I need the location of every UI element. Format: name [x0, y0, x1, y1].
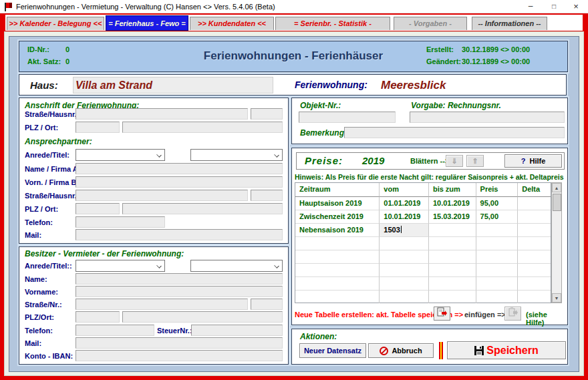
cell-bis[interactable] — [429, 224, 476, 237]
cell-empty[interactable] — [429, 264, 476, 277]
cell-empty[interactable] — [380, 277, 429, 291]
window-title: Ferienwohnungen - Vermietung - Verwaltun… — [16, 3, 275, 11]
scroll-down-icon[interactable]: ▼ — [552, 293, 561, 303]
cell-empty[interactable] — [476, 237, 519, 250]
scrollbar-thumb[interactable] — [553, 194, 561, 211]
cell-empty[interactable] — [295, 277, 380, 291]
save-table-icon[interactable] — [434, 307, 450, 321]
cell-preis[interactable]: 95,00 — [476, 197, 519, 210]
cell-empty[interactable] — [518, 250, 551, 264]
tab-serienbrief-statistik[interactable]: = Serienbr. - Statistik - Druckausg. = — [275, 17, 390, 30]
bes-steuernr-input[interactable] — [191, 325, 283, 336]
cell-empty[interactable] — [518, 264, 551, 277]
cell-vom[interactable]: 01.01.2019 — [380, 197, 429, 210]
minimize-icon[interactable]: – — [520, 0, 541, 13]
cell-empty[interactable] — [518, 237, 551, 250]
ap-telefon-label: Telefon: — [25, 218, 53, 226]
cell-empty[interactable] — [380, 237, 429, 250]
anschrift-ort-input[interactable] — [122, 122, 283, 133]
tab-ferienhaus-fewo[interactable]: = Ferienhaus - Fewo = — [106, 15, 188, 31]
cell-empty[interactable] — [429, 291, 476, 303]
cell-empty[interactable] — [295, 237, 380, 250]
bes-konto-input[interactable] — [76, 350, 283, 361]
tab-vorgaben[interactable]: - Vorgaben - — [394, 17, 467, 30]
bes-titel-select[interactable] — [190, 260, 283, 272]
cell-empty[interactable] — [429, 250, 476, 264]
anschrift-strasse-input[interactable] — [76, 108, 248, 120]
cell-empty[interactable] — [476, 250, 519, 264]
bes-plz-input[interactable] — [76, 311, 120, 323]
cell-empty[interactable] — [380, 250, 429, 264]
cell-preis[interactable] — [476, 224, 519, 237]
cell-empty[interactable] — [429, 277, 476, 291]
chevron-down-icon — [274, 263, 279, 268]
bes-anrede-select[interactable] — [76, 260, 165, 272]
geaendert-label: Geändert: — [426, 57, 461, 65]
cell-preis[interactable]: 75,00 — [476, 210, 519, 224]
ap-name-a-input[interactable] — [76, 163, 283, 174]
table-row: Zwischenzeit 2019 10.01.2019 15.03.2019 … — [295, 210, 551, 224]
cell-vom[interactable]: 10.01.2019 — [380, 210, 429, 224]
cell-bis[interactable]: 15.03.2019 — [429, 210, 476, 224]
maximize-icon[interactable]: □ — [543, 0, 565, 13]
cell-zeitraum[interactable]: Zwischenzeit 2019 — [295, 210, 380, 224]
cell-empty[interactable] — [518, 277, 551, 291]
neuer-datensatz-button[interactable]: Neuer Datensatz — [299, 343, 366, 358]
bes-nr-input[interactable] — [251, 299, 283, 310]
hilfe-button[interactable]: ? Hilfe — [504, 154, 562, 168]
cell-empty[interactable] — [380, 291, 429, 303]
bemerkung-input[interactable] — [344, 127, 565, 138]
speichern-button[interactable]: Speichern — [447, 341, 566, 359]
ap-hausnr-input[interactable] — [251, 190, 283, 201]
ap-plz-input[interactable] — [76, 203, 120, 214]
cell-empty[interactable] — [295, 250, 380, 264]
bes-mail-input[interactable] — [76, 337, 283, 349]
anschrift-hausnr-input[interactable] — [251, 108, 283, 120]
ap-strasse-input[interactable] — [76, 190, 248, 201]
cell-empty[interactable] — [518, 291, 551, 303]
ap-vorn-b-input[interactable] — [76, 176, 283, 188]
ap-telefon-input[interactable] — [76, 216, 165, 228]
bes-name-input[interactable] — [76, 273, 283, 284]
anschrift-plz-input[interactable] — [76, 122, 120, 133]
cell-empty[interactable] — [429, 237, 476, 250]
ferienwohnung-input[interactable] — [378, 76, 560, 94]
bes-ort-input[interactable] — [122, 311, 283, 323]
rechnungsnr-input[interactable] — [410, 112, 565, 123]
cell-vom-editing[interactable]: 1503 — [380, 224, 429, 237]
cell-empty[interactable] — [476, 277, 519, 291]
cell-empty[interactable] — [295, 264, 380, 277]
cell-empty[interactable] — [295, 291, 380, 303]
tab-informationen[interactable]: -- Informationen -- — [472, 17, 547, 30]
cell-delta[interactable] — [518, 210, 551, 224]
ap-mail-input[interactable] — [76, 229, 283, 240]
chevron-down-icon — [156, 152, 162, 158]
paste-table-icon[interactable] — [504, 307, 521, 321]
cell-empty[interactable] — [380, 264, 429, 277]
objekt-nr-input[interactable] — [299, 112, 396, 123]
cell-zeitraum[interactable]: Nebensaison 2019 — [295, 224, 380, 237]
cell-empty[interactable] — [476, 291, 519, 303]
cell-empty[interactable] — [476, 264, 519, 277]
close-icon[interactable]: × — [565, 0, 587, 13]
bes-strasse-input[interactable] — [76, 299, 248, 310]
table-row: Nebensaison 2019 1503 — [295, 224, 551, 237]
tab-kundendaten[interactable]: >> Kundendaten << — [190, 17, 274, 30]
ap-titel-select[interactable] — [190, 149, 283, 161]
cell-delta[interactable] — [518, 197, 551, 210]
cell-zeitraum[interactable]: Hauptsaison 2019 — [295, 197, 380, 210]
table-scrollbar[interactable]: ▲ ▼ — [551, 182, 562, 303]
ap-ort-input[interactable] — [122, 203, 283, 214]
table-row — [295, 250, 551, 264]
scroll-up-icon[interactable]: ▲ — [552, 183, 561, 192]
abbruch-button[interactable]: Abbruch — [368, 343, 434, 358]
tab-kalender-belegung[interactable]: >> Kalender - Belegung << — [7, 17, 104, 30]
bes-vorname-input[interactable] — [76, 286, 283, 297]
cell-bis[interactable]: 10.01.2019 — [429, 197, 476, 210]
cell-delta[interactable] — [518, 224, 551, 237]
haus-input[interactable] — [73, 77, 273, 93]
bes-telefon-input[interactable] — [76, 325, 154, 336]
ap-anrede-select[interactable] — [76, 149, 165, 161]
page-up-icon[interactable]: ⇑ — [466, 155, 484, 167]
page-down-icon[interactable]: ⇓ — [446, 155, 463, 167]
